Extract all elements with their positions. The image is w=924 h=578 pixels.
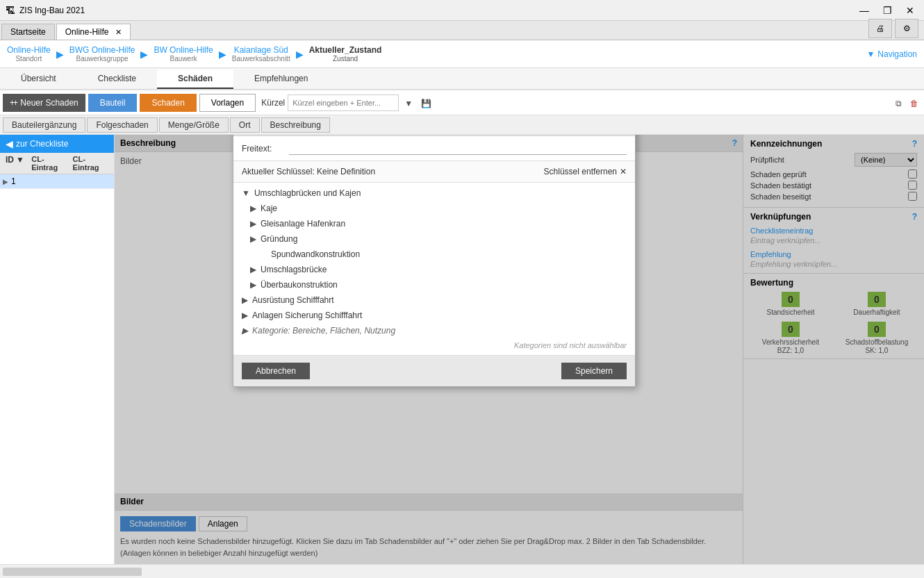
kuerzel-search: Kürzel ▼ 💾	[261, 94, 434, 111]
tree-item-1[interactable]: ▶ Kaje	[233, 201, 635, 216]
app-icon: 🏗	[6, 5, 15, 16]
modal-overlay: Schlüssel erfassen (Bauteil) 🔍 Freitext:	[115, 135, 924, 564]
vorlagen-tab-button[interactable]: Vorlagen	[199, 94, 256, 112]
tree-arrow-1[interactable]: ▶	[250, 204, 256, 213]
tree-item-0[interactable]: ▼ Umschlagbrücken und Kajen	[233, 185, 635, 201]
copy-button[interactable]: ⧉	[893, 95, 905, 110]
row-expand-icon[interactable]: ▶	[3, 178, 8, 185]
scroll-thumb[interactable]	[3, 568, 142, 576]
tree-area: ▼ Umschlagbrücken und Kajen ▶ Kaje ▶ Gle…	[233, 183, 635, 355]
breadcrumb-item-zustand[interactable]: Aktueller_Zustand Zustand	[309, 45, 382, 63]
copy-icon: ⧉	[896, 99, 902, 108]
kuerzel-input[interactable]	[288, 94, 399, 111]
tab-empfehlungen[interactable]: Empfehlungen	[233, 69, 329, 89]
table-header: ID ▼ CL-Eintrag CL-Eintrag	[0, 153, 114, 174]
main-toolbar: + + Neuer Schaden Bauteil Schaden Vorlag…	[0, 90, 924, 115]
tab-online-hilfe[interactable]: Online-Hilfe ✕	[56, 24, 131, 40]
kuerzel-label: Kürzel	[261, 98, 285, 108]
save-icon: 💾	[421, 99, 431, 108]
speichern-button[interactable]: Speichern	[561, 363, 627, 379]
sub-toolbar: Bauteilergänzung Folgeschaden Menge/Größ…	[0, 115, 924, 135]
abbrechen-button[interactable]: Abbrechen	[242, 363, 310, 379]
settings-button[interactable]: ⚙	[895, 19, 918, 38]
beschreibung-button[interactable]: Beschreibung	[261, 117, 330, 133]
tab-close-icon[interactable]: ✕	[115, 28, 122, 36]
bauteil-tab-button[interactable]: Bauteil	[88, 94, 138, 112]
content-area: ◀ zur Checkliste ID ▼ CL-Eintrag CL-Eint…	[0, 135, 924, 564]
row-id: 1	[11, 176, 16, 186]
tab-startseite[interactable]: Startseite	[1, 24, 55, 40]
delete-icon: 🗑	[910, 99, 918, 108]
breadcrumb: Online-Hilfe Standort ▶ BWG Online-Hilfe…	[0, 40, 924, 68]
print-icon: 🖨	[876, 24, 884, 33]
tree-item-8[interactable]: ▶ Anlagen Sicherung Schifffahrt	[233, 308, 635, 323]
schaden-tab-button[interactable]: Schaden	[140, 94, 196, 112]
tree-arrow-0[interactable]: ▼	[242, 188, 250, 198]
folgeschaden-button[interactable]: Folgeschaden	[87, 117, 157, 133]
tree-item-5[interactable]: ▶ Umschlagsbrücke	[233, 262, 635, 277]
left-panel: ◀ zur Checkliste ID ▼ CL-Eintrag CL-Eint…	[0, 135, 115, 564]
col-cl-label: CL-Eintrag	[70, 155, 111, 172]
freitext-label: Freitext:	[242, 144, 283, 154]
app-title: ZIS Ing-Bau 2021	[19, 6, 85, 15]
bauteilerganzung-button[interactable]: Bauteilergänzung	[3, 117, 85, 133]
print-button[interactable]: 🖨	[868, 19, 892, 38]
tree-arrow-2[interactable]: ▶	[250, 219, 256, 229]
tree-arrow-8[interactable]: ▶	[242, 311, 248, 320]
tree-item-6[interactable]: ▶ Überbaukonstruktion	[233, 277, 635, 292]
tab-bar: Startseite Online-Hilfe ✕ 🖨 ⚙	[0, 21, 924, 40]
nav-tabs: Übersicht Checkliste Schäden Empfehlunge…	[0, 68, 924, 90]
right-content: Beschreibung ? Bilder Bilder Schadensbil…	[115, 135, 924, 564]
sort-icon[interactable]: ▼	[16, 155, 24, 165]
breadcrumb-arrow-2: ▶	[140, 49, 148, 60]
schluessel-modal: Schlüssel erfassen (Bauteil) 🔍 Freitext:	[233, 135, 636, 387]
modal-footer: Abbrechen Speichern	[233, 355, 635, 386]
close-x-icon: ✕	[620, 167, 627, 176]
filter-icon: ▼	[404, 99, 413, 108]
left-arrow-icon: ◀	[6, 138, 13, 149]
modal-freitext-row: Freitext:	[233, 136, 635, 161]
new-schaden-button[interactable]: + + Neuer Schaden	[3, 94, 85, 112]
table-row[interactable]: ▶ 1	[0, 174, 114, 189]
tree-arrow-7[interactable]: ▶	[242, 295, 248, 305]
minimize-button[interactable]: —	[855, 3, 873, 17]
breadcrumb-item-online-hilfe[interactable]: Online-Hilfe Standort	[7, 45, 51, 63]
navigation-button[interactable]: ▼ Navigation	[866, 49, 917, 59]
tab-schaden[interactable]: Schäden	[157, 69, 233, 89]
col-id-header: ID ▼	[3, 155, 28, 172]
nav-chevron-icon: ▼	[866, 49, 875, 59]
tree-item-9[interactable]: ▶ Kategorie: Bereiche, Flächen, Nutzung	[233, 323, 635, 338]
col-cl-header: CL-Eintrag	[28, 155, 69, 172]
bottom-scrollbar[interactable]	[0, 564, 924, 578]
title-bar: 🏗 ZIS Ing-Bau 2021 — ❐ ✕	[0, 0, 924, 21]
current-key-text: Aktueller Schlüssel: Keine Definition	[242, 167, 375, 176]
filter-icon-button[interactable]: ▼	[402, 95, 415, 110]
breadcrumb-item-bwg[interactable]: BWG Online-Hilfe Bauwerksgruppe	[69, 45, 135, 63]
breadcrumb-item-kaianlage[interactable]: Kaianlage Süd Bauwerksabschnitt	[232, 45, 290, 63]
tab-ubersicht[interactable]: Übersicht	[0, 69, 77, 89]
tree-item-7[interactable]: ▶ Ausrüstung Schifffahrt	[233, 292, 635, 308]
freitext-input[interactable]	[289, 142, 627, 155]
tree-arrow-9[interactable]: ▶	[242, 326, 248, 336]
schluessel-entfernen-button[interactable]: Schlüssel entfernen ✕	[544, 167, 627, 176]
zur-checkliste-button[interactable]: ◀ zur Checkliste	[0, 135, 114, 153]
close-button[interactable]: ✕	[902, 3, 918, 17]
delete-button[interactable]: 🗑	[907, 95, 921, 110]
tree-arrow-5[interactable]: ▶	[250, 265, 256, 274]
save-icon-button[interactable]: 💾	[418, 95, 434, 110]
not-selectable-note: Kategorien sind nicht auswählbar	[233, 338, 635, 352]
tab-checkliste[interactable]: Checkliste	[77, 69, 157, 89]
breadcrumb-arrow-4: ▶	[296, 49, 304, 60]
breadcrumb-item-bw[interactable]: BW Online-Hilfe Bauwerk	[154, 45, 213, 63]
restore-button[interactable]: ❐	[879, 3, 896, 17]
tree-arrow-3[interactable]: ▶	[250, 234, 256, 244]
breadcrumb-arrow-3: ▶	[219, 49, 226, 60]
tree-item-4[interactable]: Spundwandkonstruktion	[233, 247, 635, 262]
ort-button[interactable]: Ort	[230, 117, 260, 133]
tree-item-2[interactable]: ▶ Gleisanlage Hafenkran	[233, 216, 635, 231]
breadcrumb-arrow-1: ▶	[56, 49, 64, 60]
tree-arrow-6[interactable]: ▶	[250, 280, 256, 290]
tree-item-3[interactable]: ▶ Gründung	[233, 231, 635, 247]
menge-grosse-button[interactable]: Menge/Größe	[159, 117, 229, 133]
settings-icon: ⚙	[903, 24, 911, 33]
